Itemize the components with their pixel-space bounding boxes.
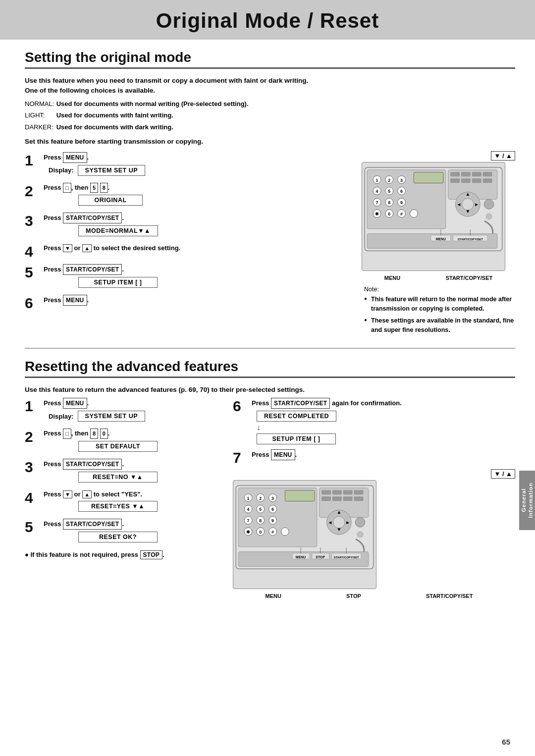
svg-text:MENU: MENU [436,237,446,240]
section2-layout: 1 Press MENU. Display: SYSTEM SET UP 2 P… [25,398,515,599]
svg-text:5: 5 [388,189,390,194]
device-diagram-1: 1 2 3 4 5 6 7 8 [362,162,505,271]
svg-text:0: 0 [388,212,390,216]
s2-step-6: 6 Press START/COPY/SET again for confirm… [233,398,515,444]
section2-left-steps: 1 Press MENU. Display: SYSTEM SET UP 2 P… [25,398,223,559]
svg-text:◄: ◄ [328,520,333,525]
svg-text:◄: ◄ [457,202,462,207]
svg-text:1: 1 [376,178,378,183]
svg-text:START/COPY/SET: START/COPY/SET [458,237,483,240]
svg-rect-35 [472,179,481,183]
svg-rect-86 [332,497,341,501]
page-number: 65 [502,738,510,746]
svg-text:9: 9 [271,518,274,523]
svg-text:3: 3 [271,496,274,501]
svg-rect-36 [483,179,492,183]
display-reset-yes: RESET=YES ▼▲ [78,501,158,512]
s2-step-3: 3 Press START/COPY/SET. RESET=NO ▼▲ [25,459,223,485]
up-down-arrows-1: ▼ / ▲ [491,151,515,161]
note-1: This feature will return to the normal m… [364,295,515,314]
display-setup-item-2: SETUP ITEM [ ] [257,433,336,444]
s2-step-7: 7 Press MENU. [233,449,515,465]
svg-text:7: 7 [247,518,250,523]
section2-title: Resetting the advanced features [25,359,515,378]
start-copy-set-key-2: START/COPY/SET [63,264,122,275]
svg-point-96 [357,532,363,538]
svg-text:0: 0 [259,530,262,535]
start-copy-set-key-1: START/COPY/SET [63,213,122,223]
main-content: Setting the original mode Use this featu… [0,40,535,609]
section1-two-col: 1 Press MENU. Display: SYSTEM SET UP 2 P… [25,152,515,338]
svg-text:8: 8 [259,518,262,523]
normal-mode-desc: NORMAL: Used for documents with normal w… [25,99,515,109]
svg-rect-81 [322,490,331,494]
svg-text:4: 4 [247,507,250,512]
svg-text:▼: ▼ [336,527,341,532]
footer-note: ● If this feature is not required, press… [25,550,223,559]
display-set-default: SET DEFAULT [78,441,158,452]
diagram-stop-label: STOP [346,593,361,599]
section1: Setting the original mode Use this featu… [25,50,515,338]
svg-rect-27 [414,172,443,183]
svg-text:▲: ▲ [336,510,341,515]
svg-text:#: # [271,530,274,535]
svg-rect-79 [285,490,314,501]
display-system-setup-2: SYSTEM SET UP [78,411,146,422]
menu-key-2: MENU [63,295,87,306]
display-reset-completed: RESET COMPLETED [257,411,336,422]
svg-rect-84 [354,490,363,494]
step-4: 4 Press ▼ or ▲ to select the desired set… [25,243,352,259]
section2-right-steps: 6 Press START/COPY/SET again for confirm… [233,398,515,599]
section1-steps: 1 Press MENU. Display: SYSTEM SET UP 2 P… [25,152,352,316]
display-mode-normal: MODE=NORMAL▼▲ [78,225,158,236]
step-6: 6 Press MENU. [25,295,352,311]
svg-point-95 [355,517,365,527]
svg-text:▲: ▲ [465,191,470,197]
svg-text:6: 6 [271,507,274,512]
svg-text:1: 1 [247,496,250,501]
svg-text:►: ► [474,202,479,207]
svg-text:2: 2 [259,496,262,501]
svg-text:MENU: MENU [296,555,306,559]
svg-text:9: 9 [400,200,403,205]
svg-text:STOP: STOP [316,555,325,559]
svg-rect-88 [354,497,363,501]
svg-rect-29 [451,172,460,176]
svg-text:#: # [400,212,403,216]
svg-text:8: 8 [388,200,390,205]
svg-text:START/COPY/SET: START/COPY/SET [334,556,359,559]
menu-key: MENU [63,152,87,163]
svg-text:2: 2 [388,178,390,183]
svg-point-43 [484,199,494,209]
section1-diagram: ▼ / ▲ 1 2 3 [362,152,515,338]
svg-rect-82 [332,490,341,494]
step-1: 1 Press MENU. Display: SYSTEM SET UP [25,152,352,178]
section1-title: Setting the original mode [25,50,515,69]
svg-rect-30 [461,172,470,176]
svg-rect-85 [322,497,331,501]
step-3: 3 Press START/COPY/SET. MODE=NORMAL▼▲ [25,213,352,238]
svg-text:7: 7 [376,200,378,205]
section2-intro: Use this feature to return the advanced … [25,385,515,395]
svg-point-26 [410,210,418,217]
sidebar-tab: General Information [519,471,535,530]
svg-text:6: 6 [400,189,403,194]
svg-point-44 [486,214,492,219]
display-setup-item-1: SETUP ITEM [ ] [78,277,158,288]
svg-point-78 [281,528,289,536]
menu-key-s2-1: MENU [63,398,87,409]
display-system-setup-1: SYSTEM SET UP [78,165,146,176]
section2: Resetting the advanced features Use this… [25,359,515,599]
page-title: Original Mode / Reset [0,9,535,33]
diagram-start-label-2: START/COPY/SET [426,593,473,599]
svg-text:✱: ✱ [375,212,379,216]
svg-text:►: ► [345,520,350,525]
notes-section: Note: This feature will return to the no… [362,286,515,335]
reset-flow: RESET COMPLETED ↓ SETUP ITEM [ ] [257,411,515,444]
svg-text:✱: ✱ [246,530,250,535]
s2-step-1: 1 Press MENU. Display: SYSTEM SET UP [25,398,223,424]
s2-step-5: 5 Press START/COPY/SET. RESET OK? [25,519,223,544]
diagram-menu-label-2: MENU [266,593,281,599]
s2-step-4: 4 Press ▼ or ▲ to select "YES". RESET=YE… [25,489,223,514]
display-original: ORIGINAL [78,195,143,206]
